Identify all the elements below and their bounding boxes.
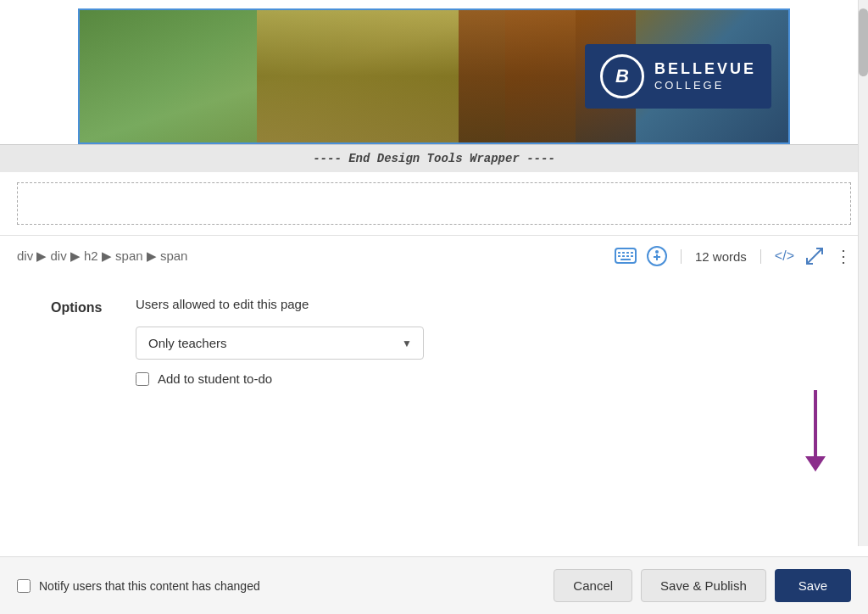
toolbar-icons: </> ⋮ bbox=[775, 246, 851, 266]
status-bar: div ▶ div ▶ h2 ▶ span ▶ span bbox=[0, 235, 868, 276]
empty-content-area bbox=[17, 182, 851, 225]
svg-rect-1 bbox=[618, 252, 620, 254]
word-count-text: 12 words bbox=[695, 249, 747, 264]
student-todo-row: Add to student to-do bbox=[136, 371, 424, 386]
college-logo: B BELLEVUE COLLEGE bbox=[585, 44, 771, 109]
code-label: </> bbox=[775, 248, 794, 264]
options-section: Options Users allowed to edit this page … bbox=[0, 276, 868, 399]
keyboard-icon[interactable] bbox=[615, 248, 637, 265]
users-edit-label: Users allowed to edit this page bbox=[136, 297, 424, 311]
arrow-annotation bbox=[814, 390, 817, 458]
save-button[interactable]: Save bbox=[775, 569, 851, 602]
svg-point-11 bbox=[655, 250, 659, 254]
editor-content: B BELLEVUE COLLEGE bbox=[0, 0, 868, 144]
options-label: Options bbox=[51, 297, 119, 315]
cancel-button[interactable]: Cancel bbox=[554, 569, 632, 602]
svg-rect-2 bbox=[622, 252, 625, 254]
svg-rect-5 bbox=[618, 255, 620, 257]
logo-text: BELLEVUE COLLEGE bbox=[654, 59, 756, 93]
permissions-dropdown-wrapper: Only teachers All users Teachers and TAs… bbox=[136, 327, 424, 360]
status-icons bbox=[615, 246, 667, 266]
design-tools-bar: ---- End Design Tools Wrapper ---- bbox=[0, 144, 868, 172]
svg-rect-6 bbox=[622, 255, 625, 257]
scrollbar-thumb[interactable] bbox=[859, 8, 868, 76]
scrollbar-track[interactable] bbox=[858, 0, 868, 546]
permissions-dropdown[interactable]: Only teachers All users Teachers and TAs bbox=[136, 327, 424, 360]
logo-circle: B bbox=[600, 54, 644, 98]
more-options-icon[interactable]: ⋮ bbox=[835, 246, 851, 266]
notify-checkbox[interactable] bbox=[17, 579, 31, 593]
college-subtitle: COLLEGE bbox=[654, 79, 756, 93]
student-todo-label[interactable]: Add to student to-do bbox=[158, 371, 272, 386]
top-content-area: B BELLEVUE COLLEGE ---- End Design Tools… bbox=[0, 0, 868, 225]
notify-row: Notify users that this content has chang… bbox=[17, 579, 260, 593]
svg-rect-9 bbox=[620, 259, 631, 260]
svg-rect-3 bbox=[626, 252, 629, 254]
design-tools-label: ---- End Design Tools Wrapper ---- bbox=[313, 152, 555, 165]
expand-icon[interactable] bbox=[806, 248, 823, 265]
footer-buttons: Cancel Save & Publish Save bbox=[554, 569, 851, 602]
accessibility-icon[interactable] bbox=[647, 246, 667, 266]
footer-bar: Notify users that this content has chang… bbox=[0, 556, 868, 614]
student-todo-checkbox[interactable] bbox=[136, 372, 149, 386]
notify-label[interactable]: Notify users that this content has chang… bbox=[39, 579, 260, 593]
breadcrumb-text: div ▶ div ▶ h2 ▶ span ▶ span bbox=[17, 248, 187, 263]
svg-rect-7 bbox=[626, 255, 629, 257]
svg-line-14 bbox=[807, 248, 822, 264]
college-banner: B BELLEVUE COLLEGE bbox=[78, 8, 790, 144]
save-publish-button[interactable]: Save & Publish bbox=[641, 569, 766, 602]
code-view-icon[interactable]: </> bbox=[775, 248, 794, 264]
word-count: 12 words bbox=[681, 249, 761, 264]
college-name: BELLEVUE bbox=[654, 59, 756, 79]
arrow-down-icon bbox=[814, 390, 817, 458]
svg-rect-4 bbox=[631, 252, 633, 254]
svg-rect-8 bbox=[631, 255, 633, 257]
breadcrumb: div ▶ div ▶ h2 ▶ span ▶ span bbox=[17, 248, 601, 264]
options-controls: Users allowed to edit this page Only tea… bbox=[136, 297, 424, 386]
